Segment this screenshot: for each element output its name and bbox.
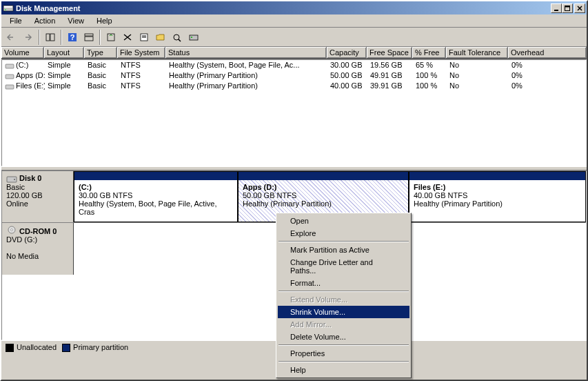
vol-cap: 30.00 GB	[327, 60, 367, 70]
vol-name: (C:)	[16, 61, 28, 69]
cdrom-label: CD-ROM 0	[19, 227, 57, 235]
col-ft[interactable]: Fault Tolerance	[446, 47, 508, 59]
volume-header-strip	[409, 172, 585, 180]
col-pct[interactable]: % Free	[412, 47, 446, 59]
vol-ft: No	[447, 60, 509, 70]
vol-pct: 100 %	[413, 70, 447, 81]
svg-point-19	[191, 37, 192, 38]
vol-type: Basic	[85, 81, 118, 91]
menu-mirror: Add Mirror...	[278, 318, 409, 331]
vol-name: Apps (D:)	[16, 71, 45, 79]
vol-layout: Simple	[45, 70, 85, 81]
back-button[interactable]	[4, 30, 19, 45]
legend-unallocated: Unallocated	[17, 343, 57, 351]
volume-table[interactable]: (C:) Simple Basic NTFS Healthy (System, …	[1, 59, 587, 166]
svg-rect-20	[6, 64, 14, 68]
menu-bar: File Action View Help	[1, 14, 587, 28]
cdrom-icon	[6, 226, 17, 234]
volume-c[interactable]: (C:) 30.00 GB NTFS Healthy (System, Boot…	[74, 171, 238, 222]
svg-point-2	[5, 9, 6, 10]
col-overhead[interactable]: Overhead	[508, 47, 587, 59]
menu-properties[interactable]: Properties	[278, 347, 409, 360]
svg-rect-21	[6, 75, 14, 79]
svg-rect-11	[85, 37, 93, 41]
show-hide-button[interactable]	[43, 30, 58, 45]
svg-line-17	[179, 39, 181, 41]
title-bar[interactable]: Disk Management	[1, 1, 587, 14]
col-status[interactable]: Status	[165, 47, 327, 59]
volume-status: Healthy (Primary Partition)	[414, 199, 503, 208]
volume-header-strip	[239, 172, 408, 180]
menu-format[interactable]: Format...	[278, 277, 409, 289]
menu-open[interactable]: Open	[278, 215, 409, 227]
toolbar: ?	[1, 28, 587, 47]
rescan-button[interactable]	[170, 30, 185, 45]
help-button[interactable]: ?	[65, 30, 80, 45]
col-volume[interactable]: Volume	[1, 47, 44, 59]
menu-help[interactable]: Help	[91, 15, 118, 26]
close-button[interactable]	[574, 3, 585, 13]
disk-info[interactable]: CD-ROM 0 DVD (G:) No Media	[2, 223, 74, 275]
maximize-button[interactable]	[562, 3, 573, 13]
vol-ov: 0%	[509, 81, 553, 91]
menu-view[interactable]: View	[62, 15, 90, 26]
menu-help[interactable]: Help	[278, 364, 409, 376]
volume-size: 30.00 GB NTFS	[79, 191, 132, 199]
disk-state: Online	[6, 199, 28, 208]
vol-ft: No	[447, 70, 509, 81]
delete-button[interactable]	[120, 30, 135, 45]
svg-point-26	[11, 229, 13, 231]
menu-shrink[interactable]: Shrink Volume...	[278, 306, 409, 318]
disk-icon	[6, 175, 16, 183]
svg-rect-1	[4, 6, 12, 8]
volume-table-header: Volume Layout Type File System Status Ca…	[1, 47, 587, 59]
col-type[interactable]: Type	[84, 47, 117, 59]
menu-delete[interactable]: Delete Volume...	[278, 331, 409, 343]
vol-fs: NTFS	[118, 70, 166, 81]
vol-layout: Simple	[45, 60, 85, 70]
properties-button[interactable]	[136, 30, 152, 45]
menu-action[interactable]: Action	[29, 15, 61, 26]
col-free[interactable]: Free Space	[367, 47, 412, 59]
menu-change-letter[interactable]: Change Drive Letter and Paths...	[278, 256, 409, 277]
col-fs[interactable]: File System	[117, 47, 165, 59]
settings-button[interactable]	[186, 30, 201, 45]
vol-fs: NTFS	[118, 60, 166, 70]
context-menu: Open Explore Mark Partition as Active Ch…	[276, 213, 412, 378]
vol-cap: 40.00 GB	[327, 81, 367, 91]
svg-rect-10	[85, 34, 93, 36]
svg-text:?: ?	[70, 33, 75, 41]
legend-swatch-primary	[62, 344, 70, 352]
drive-icon	[5, 83, 14, 90]
table-row[interactable]: (C:) Simple Basic NTFS Healthy (System, …	[2, 60, 586, 70]
cdrom-state: No Media	[6, 252, 39, 260]
menu-file[interactable]: File	[4, 15, 28, 26]
vol-ft: No	[447, 81, 509, 91]
menu-mark-active[interactable]: Mark Partition as Active	[278, 244, 409, 256]
table-row[interactable]: Apps (D:) Simple Basic NTFS Healthy (Pri…	[2, 70, 586, 81]
volume-status: Healthy (System, Boot, Page File, Active…	[79, 199, 217, 216]
vol-free: 19.56 GB	[367, 60, 413, 70]
volume-size: 50.00 GB NTFS	[243, 191, 296, 199]
vol-pct: 65 %	[413, 60, 447, 70]
table-row[interactable]: Files (E:) Simple Basic NTFS Healthy (Pr…	[2, 81, 586, 91]
drive-icon	[5, 72, 14, 80]
minimize-button[interactable]	[551, 3, 562, 13]
svg-point-24	[14, 179, 15, 180]
vol-fs: NTFS	[118, 81, 166, 91]
menu-explore[interactable]: Explore	[278, 227, 409, 240]
view-button[interactable]	[81, 30, 97, 45]
svg-rect-5	[565, 6, 570, 7]
vol-free: 39.91 GB	[367, 81, 413, 91]
menu-extend: Extend Volume...	[278, 293, 409, 306]
col-layout[interactable]: Layout	[44, 47, 84, 59]
col-capacity[interactable]: Capacity	[327, 47, 367, 59]
disk-info[interactable]: Disk 0 Basic 120.00 GB Online	[2, 171, 74, 222]
volume-e[interactable]: Files (E:) 40.00 GB NTFS Healthy (Primar…	[409, 171, 586, 222]
drive-icon	[5, 62, 14, 70]
forward-button[interactable]	[21, 30, 36, 45]
svg-rect-18	[190, 35, 198, 40]
refresh-button[interactable]	[103, 30, 119, 45]
open-button[interactable]	[153, 30, 168, 45]
svg-rect-7	[50, 34, 54, 41]
